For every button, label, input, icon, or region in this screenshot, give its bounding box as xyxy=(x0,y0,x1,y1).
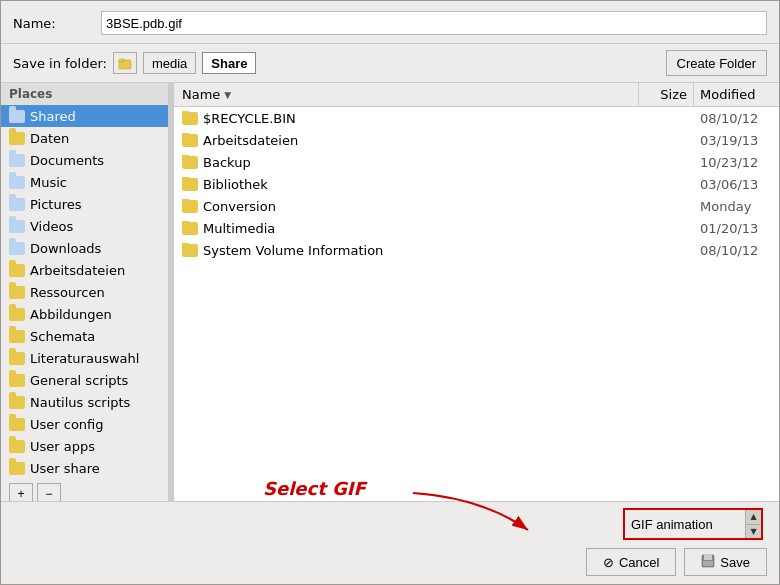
folder-icon xyxy=(9,308,25,321)
buttons-row: ⊘ Cancel Save xyxy=(13,546,767,578)
file-modified-cell: 10/23/12 xyxy=(694,155,779,170)
folder-icon xyxy=(9,264,25,277)
table-row[interactable]: Arbeitsdateien 03/19/13 xyxy=(174,129,779,151)
svg-rect-4 xyxy=(704,555,712,560)
name-label: Name: xyxy=(13,16,93,31)
select-arrows: ▲ ▼ xyxy=(745,510,761,538)
folder-icon xyxy=(182,244,198,257)
column-name[interactable]: Name ▼ xyxy=(174,83,639,106)
sidebar-item-label: Documents xyxy=(30,153,104,168)
column-size-label: Size xyxy=(660,87,687,102)
breadcrumb-share[interactable]: Share xyxy=(202,52,256,74)
select-arrow-up-icon[interactable]: ▲ xyxy=(746,510,761,525)
folder-icon xyxy=(9,396,25,409)
folder-icon xyxy=(9,462,25,475)
sidebar-item-nautilus-scripts[interactable]: Nautilus scripts xyxy=(1,391,168,413)
file-name-cell: Bibliothek xyxy=(174,177,639,192)
folder-icon xyxy=(9,154,25,167)
column-modified[interactable]: Modified xyxy=(694,83,779,106)
sidebar-item-user-apps[interactable]: User apps xyxy=(1,435,168,457)
sidebar-item-label: Arbeitsdateien xyxy=(30,263,125,278)
select-arrow-down-icon[interactable]: ▼ xyxy=(746,525,761,539)
sidebar-item-general-scripts[interactable]: General scripts xyxy=(1,369,168,391)
cancel-icon: ⊘ xyxy=(603,555,614,570)
folder-icon xyxy=(9,286,25,299)
places-header: Places xyxy=(1,83,168,105)
folder-icon xyxy=(9,440,25,453)
sidebar-item-label: Abbildungen xyxy=(30,307,112,322)
breadcrumb-media[interactable]: media xyxy=(143,52,196,74)
table-row[interactable]: Bibliothek 03/06/13 xyxy=(174,173,779,195)
file-name-cell: Backup xyxy=(174,155,639,170)
create-folder-button[interactable]: Create Folder xyxy=(666,50,767,76)
table-row[interactable]: $RECYCLE.BIN 08/10/12 xyxy=(174,107,779,129)
folder-icon xyxy=(182,178,198,191)
sidebar-item-label: Shared xyxy=(30,109,76,124)
save-button[interactable]: Save xyxy=(684,548,767,576)
annotation-row: Select GIF GIF animation PNG image JPEG … xyxy=(13,508,767,540)
folder-icon xyxy=(9,110,25,123)
sidebar-item-schemata[interactable]: Schemata xyxy=(1,325,168,347)
svg-rect-5 xyxy=(703,561,713,566)
sidebar-item-label: Nautilus scripts xyxy=(30,395,130,410)
folder-icon xyxy=(182,156,198,169)
folder-icon xyxy=(9,352,25,365)
select-gif-annotation: Select GIF xyxy=(263,478,366,499)
sidebar-item-downloads[interactable]: Downloads xyxy=(1,237,168,259)
column-name-label: Name xyxy=(182,87,220,102)
folder-icon xyxy=(9,330,25,343)
column-size[interactable]: Size xyxy=(639,83,694,106)
sidebar-item-videos[interactable]: Videos xyxy=(1,215,168,237)
sidebar-item-label: Daten xyxy=(30,131,69,146)
main-content: Places Shared Daten Documents Music Pict… xyxy=(1,83,779,501)
format-select[interactable]: GIF animation PNG image JPEG image BMP i… xyxy=(625,510,745,538)
folder-icon xyxy=(9,374,25,387)
file-modified-cell: 08/10/12 xyxy=(694,111,779,126)
sidebar-item-daten[interactable]: Daten xyxy=(1,127,168,149)
filename-input[interactable] xyxy=(101,11,767,35)
table-row[interactable]: Conversion Monday xyxy=(174,195,779,217)
sidebar-item-label: User apps xyxy=(30,439,95,454)
file-area: Name ▼ Size Modified $RECYCLE.BIN xyxy=(174,83,779,501)
folder-icon xyxy=(182,200,198,213)
save-icon xyxy=(701,554,715,571)
name-bar: Name: xyxy=(1,1,779,44)
sidebar-item-documents[interactable]: Documents xyxy=(1,149,168,171)
file-modified-cell: Monday xyxy=(694,199,779,214)
sidebar-item-shared[interactable]: Shared xyxy=(1,105,168,127)
sidebar-item-arbeitsdateien[interactable]: Arbeitsdateien xyxy=(1,259,168,281)
folder-up-button[interactable] xyxy=(113,52,137,74)
file-modified-cell: 08/10/12 xyxy=(694,243,779,258)
folder-bar: Save in folder: media Share Create Folde… xyxy=(1,44,779,83)
save-dialog: Name: Save in folder: media Share Create… xyxy=(0,0,780,585)
table-row[interactable]: Backup 10/23/12 xyxy=(174,151,779,173)
sidebar-item-music[interactable]: Music xyxy=(1,171,168,193)
save-in-label: Save in folder: xyxy=(13,56,107,71)
sidebar-item-label: Ressourcen xyxy=(30,285,105,300)
sidebar-item-literaturauswahl[interactable]: Literaturauswahl xyxy=(1,347,168,369)
sidebar-item-ressourcen[interactable]: Ressourcen xyxy=(1,281,168,303)
folder-icon xyxy=(182,112,198,125)
sidebar-item-label: Music xyxy=(30,175,67,190)
sidebar-item-label: Schemata xyxy=(30,329,95,344)
sidebar-add-button[interactable]: + xyxy=(9,483,33,501)
table-row[interactable]: Multimedia 01/20/13 xyxy=(174,217,779,239)
sort-arrow-icon: ▼ xyxy=(224,90,231,100)
bottom-area: Select GIF GIF animation PNG image JPEG … xyxy=(1,501,779,584)
folder-icon xyxy=(9,132,25,145)
sidebar-item-abbildungen[interactable]: Abbildungen xyxy=(1,303,168,325)
cancel-button[interactable]: ⊘ Cancel xyxy=(586,548,676,576)
file-list-header: Name ▼ Size Modified xyxy=(174,83,779,107)
sidebar-item-label: General scripts xyxy=(30,373,128,388)
sidebar-item-pictures[interactable]: Pictures xyxy=(1,193,168,215)
sidebar-item-user-config[interactable]: User config xyxy=(1,413,168,435)
sidebar-item-user-share[interactable]: User share xyxy=(1,457,168,479)
file-modified-cell: 01/20/13 xyxy=(694,221,779,236)
save-label: Save xyxy=(720,555,750,570)
places-sidebar: Places Shared Daten Documents Music Pict… xyxy=(1,83,169,501)
table-row[interactable]: System Volume Information 08/10/12 xyxy=(174,239,779,261)
sidebar-remove-button[interactable]: − xyxy=(37,483,61,501)
svg-rect-1 xyxy=(119,59,124,62)
file-modified-cell: 03/06/13 xyxy=(694,177,779,192)
file-name-cell: System Volume Information xyxy=(174,243,639,258)
